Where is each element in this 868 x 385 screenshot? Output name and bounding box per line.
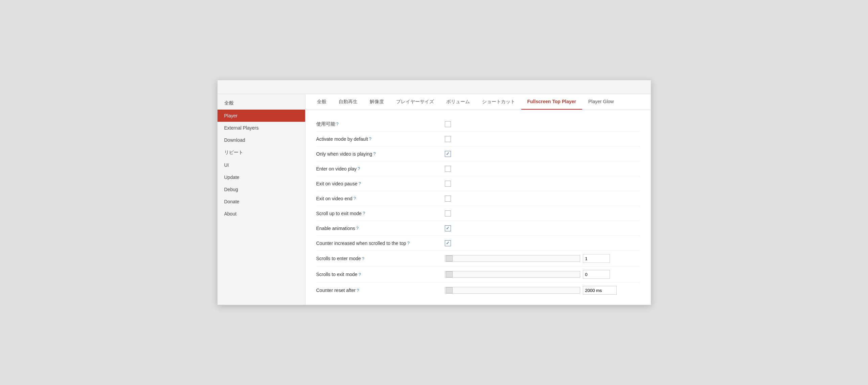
- tab-autoplay[interactable]: 自動再生: [333, 94, 364, 110]
- tab-player-glow[interactable]: Player Glow: [582, 94, 620, 110]
- checkbox-exit-on-end[interactable]: [445, 196, 451, 202]
- setting-label-scrolls-enter: Scrolls to enter mode?: [316, 256, 445, 261]
- help-icon-enable-animations[interactable]: ?: [356, 226, 359, 231]
- settings-area: 使用可能?Activate mode by default?Only when …: [305, 110, 651, 305]
- tabs-bar: 全般自動再生解像度プレイヤーサイズボリュームショートカットFullscreen …: [305, 94, 651, 110]
- setting-row-enable-animations: Enable animations?: [316, 221, 640, 236]
- setting-row-exit-on-end: Exit on video end?: [316, 191, 640, 206]
- setting-control-scrolls-exit: [445, 270, 610, 279]
- tab-shortcuts[interactable]: ショートカット: [476, 94, 521, 110]
- setting-row-enabled: 使用可能?: [316, 117, 640, 132]
- setting-label-scrolls-exit: Scrolls to exit mode?: [316, 272, 445, 277]
- setting-row-only-when-playing: Only when video is playing?: [316, 146, 640, 161]
- setting-label-only-when-playing: Only when video is playing?: [316, 151, 445, 157]
- setting-label-activate-by-default: Activate mode by default?: [316, 136, 445, 142]
- setting-control-scroll-up-exit: [445, 210, 451, 217]
- help-icon-activate-by-default[interactable]: ?: [369, 136, 371, 141]
- main-content: 全般自動再生解像度プレイヤーサイズボリュームショートカットFullscreen …: [305, 94, 651, 305]
- dialog-body: 全般PlayerExternal PlayersDownloadリピートUIUp…: [218, 94, 651, 305]
- slider-track-counter-reset[interactable]: [445, 287, 580, 294]
- checkbox-exit-on-pause[interactable]: [445, 181, 451, 187]
- setting-control-enable-animations: [445, 225, 451, 231]
- slider-thumb-scrolls-enter[interactable]: [446, 255, 453, 262]
- setting-label-counter-increased: Counter increased when scrolled to the t…: [316, 241, 445, 246]
- setting-row-scrolls-enter: Scrolls to enter mode?: [316, 251, 640, 267]
- tab-general[interactable]: 全般: [311, 94, 333, 110]
- help-icon-enabled[interactable]: ?: [336, 121, 339, 127]
- setting-label-exit-on-end: Exit on video end?: [316, 196, 445, 201]
- slider-container-counter-reset: [445, 286, 617, 295]
- number-input-scrolls-exit[interactable]: [583, 270, 610, 279]
- sidebar-item-repeat[interactable]: リピート: [218, 146, 305, 159]
- setting-row-counter-reset: Counter reset after?: [316, 282, 640, 298]
- setting-label-enter-on-play: Enter on video play?: [316, 166, 445, 172]
- checkbox-enable-animations[interactable]: [445, 225, 451, 231]
- setting-control-counter-increased: [445, 240, 451, 246]
- help-icon-counter-reset[interactable]: ?: [357, 288, 359, 293]
- slider-track-scrolls-exit[interactable]: [445, 271, 580, 278]
- tab-player-size[interactable]: プレイヤーサイズ: [390, 94, 440, 110]
- setting-row-counter-increased: Counter increased when scrolled to the t…: [316, 236, 640, 251]
- help-icon-exit-on-end[interactable]: ?: [353, 196, 356, 201]
- slider-container-scrolls-exit: [445, 270, 610, 279]
- sidebar-item-external-players[interactable]: External Players: [218, 122, 305, 134]
- sidebar-item-debug[interactable]: Debug: [218, 183, 305, 196]
- checkbox-enabled[interactable]: [445, 121, 451, 127]
- help-icon-scroll-up-exit[interactable]: ?: [363, 211, 365, 216]
- help-icon-counter-increased[interactable]: ?: [407, 241, 410, 246]
- setting-row-exit-on-pause: Exit on video pause?: [316, 176, 640, 191]
- setting-control-counter-reset: [445, 286, 617, 295]
- setting-control-scrolls-enter: [445, 254, 610, 263]
- setting-row-enter-on-play: Enter on video play?: [316, 161, 640, 176]
- help-icon-only-when-playing[interactable]: ?: [373, 151, 375, 156]
- tab-resolution[interactable]: 解像度: [364, 94, 390, 110]
- tab-volume[interactable]: ボリューム: [440, 94, 476, 110]
- setting-control-exit-on-end: [445, 196, 451, 202]
- setting-control-activate-by-default: [445, 136, 451, 142]
- version-label: [218, 294, 305, 302]
- settings-dialog: 全般PlayerExternal PlayersDownloadリピートUIUp…: [217, 80, 651, 305]
- setting-label-counter-reset: Counter reset after?: [316, 288, 445, 293]
- dialog-header: [218, 80, 651, 94]
- sidebar-item-general[interactable]: 全般: [218, 97, 305, 110]
- sidebar: 全般PlayerExternal PlayersDownloadリピートUIUp…: [218, 94, 305, 305]
- checkbox-activate-by-default[interactable]: [445, 136, 451, 142]
- sidebar-item-player[interactable]: Player: [218, 110, 305, 122]
- setting-control-enter-on-play: [445, 166, 451, 172]
- help-icon-scrolls-exit[interactable]: ?: [359, 272, 361, 277]
- setting-row-scroll-up-exit: Scroll up to exit mode?: [316, 206, 640, 221]
- sidebar-item-ui[interactable]: UI: [218, 159, 305, 171]
- checkbox-scroll-up-exit[interactable]: [445, 210, 451, 217]
- tab-fullscreen-top-player[interactable]: Fullscreen Top Player: [521, 94, 582, 110]
- help-icon-exit-on-pause[interactable]: ?: [359, 181, 361, 186]
- setting-control-only-when-playing: [445, 151, 451, 157]
- slider-thumb-scrolls-exit[interactable]: [446, 271, 453, 277]
- number-input-scrolls-enter[interactable]: [583, 254, 610, 263]
- setting-control-enabled: [445, 121, 451, 127]
- setting-row-activate-by-default: Activate mode by default?: [316, 132, 640, 146]
- number-input-counter-reset[interactable]: [583, 286, 617, 295]
- sidebar-item-donate[interactable]: Donate: [218, 196, 305, 208]
- setting-label-enable-animations: Enable animations?: [316, 226, 445, 231]
- sidebar-item-download[interactable]: Download: [218, 134, 305, 146]
- setting-row-scrolls-exit: Scrolls to exit mode?: [316, 267, 640, 282]
- setting-label-scroll-up-exit: Scroll up to exit mode?: [316, 211, 445, 216]
- setting-label-exit-on-pause: Exit on video pause?: [316, 181, 445, 186]
- help-icon-enter-on-play[interactable]: ?: [358, 166, 360, 171]
- slider-track-scrolls-enter[interactable]: [445, 255, 580, 262]
- checkbox-counter-increased[interactable]: [445, 240, 451, 246]
- sidebar-item-update[interactable]: Update: [218, 171, 305, 183]
- setting-control-exit-on-pause: [445, 181, 451, 187]
- sidebar-item-about[interactable]: About: [218, 208, 305, 220]
- checkbox-enter-on-play[interactable]: [445, 166, 451, 172]
- help-icon-scrolls-enter[interactable]: ?: [362, 256, 364, 261]
- checkbox-only-when-playing[interactable]: [445, 151, 451, 157]
- slider-container-scrolls-enter: [445, 254, 610, 263]
- close-button[interactable]: [640, 84, 645, 87]
- slider-thumb-counter-reset[interactable]: [446, 287, 453, 293]
- setting-label-enabled: 使用可能?: [316, 121, 445, 127]
